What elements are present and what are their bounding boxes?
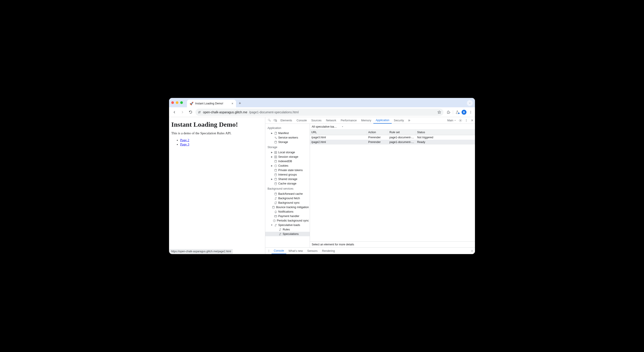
disclosure-closed-icon: ▶ xyxy=(271,178,273,180)
page-link-list: Page 2 Page 3 xyxy=(171,138,263,146)
data-grid[interactable]: URLActionRule setStatus/page3.htmlPreren… xyxy=(310,130,475,145)
column-header[interactable]: URL xyxy=(310,130,367,135)
cell-url[interactable]: /page3.html xyxy=(310,135,367,140)
svg-point-35 xyxy=(269,252,269,252)
devtools-tab-memory[interactable]: Memory xyxy=(359,117,373,124)
svg-point-27 xyxy=(275,178,277,179)
devtools-tab-application[interactable]: Application xyxy=(373,117,392,124)
chrome-menu-button[interactable] xyxy=(469,110,473,114)
cell-url[interactable]: /page2.html xyxy=(310,140,367,145)
db-icon xyxy=(274,140,277,144)
tab-overflow-button[interactable] xyxy=(467,100,473,106)
close-tab-button[interactable]: × xyxy=(232,102,233,105)
sidebar-item-indexeddb[interactable]: IndexedDB xyxy=(265,159,310,163)
disclosure-closed-icon xyxy=(271,169,273,171)
page-heading: Instant Loading Demo! xyxy=(171,121,263,128)
sidebar-item-background-sync[interactable]: Background sync xyxy=(265,201,310,205)
db-icon xyxy=(274,159,277,163)
sidebar-item-session-storage[interactable]: ▶Session storage xyxy=(265,155,310,159)
devtools-tab-network[interactable]: Network xyxy=(324,117,338,124)
sidebar-item-local-storage[interactable]: ▶Local storage xyxy=(265,150,310,155)
sidebar-item-manifest[interactable]: ▶Manifest xyxy=(265,131,310,135)
sidebar-item-cookies[interactable]: ▶Cookies xyxy=(265,163,310,168)
back-button[interactable] xyxy=(171,109,178,115)
cell-action[interactable]: Prerender xyxy=(367,140,388,145)
application-sidebar: Application▶ManifestService workersStora… xyxy=(265,124,310,247)
speculation-filter-bar: All speculative loa… xyxy=(310,124,475,130)
sidebar-group-title: Background services xyxy=(265,186,310,192)
sidebar-item-shared-storage[interactable]: ▶Shared storage xyxy=(265,177,310,181)
bookmark-star-icon[interactable] xyxy=(437,110,441,114)
reload-button[interactable] xyxy=(187,109,194,115)
sidebar-item-notifications[interactable]: Notifications xyxy=(265,209,310,214)
sidebar-item-rules[interactable]: Rules xyxy=(265,227,310,232)
sidebar-item-label: Cache storage xyxy=(278,182,296,185)
profile-avatar[interactable]: B xyxy=(462,110,466,115)
sidebar-item-label: Notifications xyxy=(278,210,294,213)
page-link[interactable]: Page 3 xyxy=(180,143,189,146)
disclosure-closed-icon xyxy=(271,182,273,185)
sidebar-item-periodic-background-sync[interactable]: Periodic background sync xyxy=(265,218,310,223)
address-bar[interactable]: open-chalk-asparagus.glitch.me/page1-doc… xyxy=(196,109,444,116)
svg-point-17 xyxy=(275,141,277,142)
sidebar-item-storage[interactable]: Storage xyxy=(265,140,310,144)
cell-status[interactable]: Ready xyxy=(416,140,475,145)
devtools-tab-sources[interactable]: Sources xyxy=(309,117,324,124)
inspect-element-button[interactable] xyxy=(266,117,272,124)
drawer-tab-what-s-new[interactable]: What's new xyxy=(286,248,305,254)
minimize-window-button[interactable] xyxy=(176,101,178,104)
devtools-tab-performance[interactable]: Performance xyxy=(338,117,359,124)
sidebar-item-payment-handler[interactable]: Payment handler xyxy=(265,214,310,218)
close-drawer-button[interactable] xyxy=(469,248,475,254)
sync-icon xyxy=(274,201,277,205)
cell-ruleset[interactable]: page1-document-… xyxy=(388,135,416,140)
forward-button[interactable] xyxy=(179,109,186,115)
sidebar-item-speculative-loads[interactable]: ▼Speculative loads xyxy=(265,223,310,227)
browser-tab[interactable]: 🚀 Instant Loading Demo! × xyxy=(187,100,236,107)
maximize-window-button[interactable] xyxy=(180,101,183,104)
sidebar-item-background-fetch[interactable]: Background fetch xyxy=(265,196,310,201)
site-settings-icon[interactable] xyxy=(198,110,201,114)
devtools-tab-elements[interactable]: Elements xyxy=(278,117,294,124)
sidebar-item-speculations[interactable]: Speculations xyxy=(265,232,310,236)
column-header[interactable]: Rule set xyxy=(388,130,416,135)
filter-select[interactable]: All speculative loa… xyxy=(311,125,340,128)
cell-status[interactable]: Not triggered xyxy=(416,135,475,140)
sidebar-item-bounce-tracking-mitigation[interactable]: Bounce tracking mitigation xyxy=(265,205,310,209)
devtools-settings-button[interactable] xyxy=(458,117,463,124)
drawer-tab-console[interactable]: Console xyxy=(272,248,286,254)
new-tab-button[interactable]: + xyxy=(239,101,241,106)
sidebar-item-private-state-tokens[interactable]: Private state tokens xyxy=(265,168,310,172)
close-window-button[interactable] xyxy=(171,101,174,104)
devices-icon xyxy=(274,119,277,122)
sidebar-item-label: Bounce tracking mitigation xyxy=(276,206,309,209)
gears-icon xyxy=(274,136,277,139)
svg-point-25 xyxy=(275,169,277,170)
sidebar-item-service-workers[interactable]: Service workers xyxy=(265,135,310,140)
devtools-tab-security[interactable]: Security xyxy=(392,117,406,124)
extensions-button[interactable] xyxy=(446,110,450,114)
close-devtools-button[interactable] xyxy=(469,117,475,124)
devtools-tab-console[interactable]: Console xyxy=(294,117,309,124)
column-header[interactable]: Status xyxy=(416,130,475,135)
db-icon xyxy=(272,206,275,209)
sidebar-item-cache-storage[interactable]: Cache storage xyxy=(265,181,310,186)
devtools-menu-button[interactable] xyxy=(463,117,469,124)
device-toolbar-button[interactable] xyxy=(272,117,278,124)
more-tabs-button[interactable] xyxy=(406,117,412,124)
drawer-tab-rendering[interactable]: Rendering xyxy=(320,248,337,254)
cell-ruleset[interactable]: page1-document-… xyxy=(388,140,416,145)
column-header[interactable]: Action xyxy=(367,130,388,135)
caret-down-icon xyxy=(342,126,344,128)
drawer-tab-sensors[interactable]: Sensors xyxy=(305,248,320,254)
sidebar-item-label: Storage xyxy=(278,141,288,144)
page-link[interactable]: Page 2 xyxy=(180,138,189,142)
frame-selector[interactable]: Main xyxy=(446,117,458,124)
inspect-icon xyxy=(268,119,271,122)
cell-action[interactable]: Prerender xyxy=(367,135,388,140)
labs-button[interactable] xyxy=(455,110,459,114)
sidebar-item-back-forward-cache[interactable]: Back/forward cache xyxy=(265,192,310,196)
svg-point-2 xyxy=(200,111,200,112)
sidebar-item-interest-groups[interactable]: Interest groups xyxy=(265,172,310,177)
drawer-menu-button[interactable] xyxy=(266,248,272,254)
